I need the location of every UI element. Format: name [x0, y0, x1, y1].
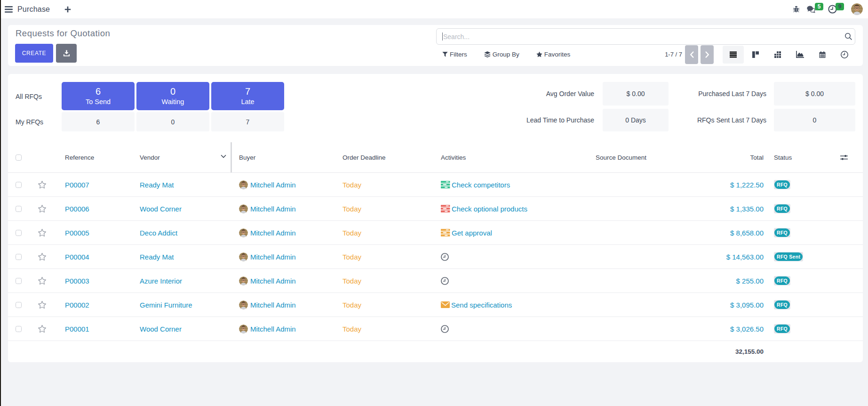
column-header-source-document[interactable]: Source Document: [596, 142, 687, 172]
row-checkbox[interactable]: [16, 302, 22, 308]
pager-next-button[interactable]: [701, 45, 714, 64]
rfq-tile-to-send[interactable]: 6 To Send: [62, 82, 135, 110]
pager-previous-button[interactable]: [685, 45, 698, 64]
column-resize-handle[interactable]: [231, 142, 232, 172]
vendor-link[interactable]: Wood Corner: [140, 205, 182, 213]
view-pivot-button[interactable]: [767, 46, 788, 64]
buyer-link[interactable]: Mitchell Admin: [250, 301, 296, 309]
chevron-left-icon: [690, 51, 694, 58]
activity-tasks-icon[interactable]: [441, 205, 450, 212]
rfq-row-p00001[interactable]: P00001 Wood Corner Mitchell Admin Today …: [8, 317, 863, 341]
buyer-avatar: [239, 180, 248, 189]
my-rfq-value[interactable]: 0: [136, 112, 209, 131]
activity-clock-icon[interactable]: [441, 252, 449, 261]
view-kanban-button[interactable]: [745, 46, 766, 64]
user-avatar[interactable]: [851, 3, 863, 15]
vendor-link[interactable]: Azure Interior: [140, 277, 182, 285]
activities-menu-button[interactable]: 9: [828, 5, 837, 14]
vendor-link[interactable]: Ready Mat: [140, 253, 174, 261]
column-header-reference[interactable]: Reference: [65, 142, 140, 172]
view-graph-button[interactable]: [789, 46, 811, 64]
buyer-link[interactable]: Mitchell Admin: [250, 205, 296, 213]
search-input[interactable]: Search...: [436, 28, 855, 45]
activity-clock-icon[interactable]: [441, 325, 449, 333]
reference-link[interactable]: P00006: [65, 205, 89, 213]
rfq-row-p00006[interactable]: P00006 Wood Corner Mitchell Admin Today …: [8, 197, 863, 221]
rfq-tile-late[interactable]: 7 Late: [211, 82, 284, 110]
row-checkbox[interactable]: [16, 206, 22, 212]
search-icon[interactable]: [844, 32, 852, 41]
favorite-star-icon[interactable]: [38, 204, 47, 213]
favorite-star-icon[interactable]: [38, 300, 47, 309]
filters-button[interactable]: Filters: [442, 51, 467, 58]
my-rfq-value[interactable]: 7: [211, 112, 284, 131]
new-tab-button[interactable]: [64, 6, 71, 13]
vendor-link[interactable]: Ready Mat: [140, 181, 174, 189]
view-list-button[interactable]: [723, 46, 744, 64]
vendor-link[interactable]: Wood Corner: [140, 325, 182, 333]
messages-menu-button[interactable]: 5: [807, 6, 816, 13]
layers-icon: [484, 51, 493, 57]
row-checkbox[interactable]: [16, 326, 22, 332]
my-rfq-value[interactable]: 6: [62, 112, 135, 131]
create-button[interactable]: CREATE: [15, 44, 53, 63]
rfq-row-p00003[interactable]: P00003 Azure Interior Mitchell Admin Tod…: [8, 269, 863, 293]
app-name[interactable]: Purchase: [17, 5, 50, 14]
reference-link[interactable]: P00007: [65, 181, 89, 189]
row-checkbox[interactable]: [16, 182, 22, 188]
activity-label[interactable]: Check competitors: [452, 181, 510, 189]
total-amount: $ 14,563.00: [726, 253, 764, 261]
buyer-link[interactable]: Mitchell Admin: [250, 229, 296, 237]
reference-link[interactable]: P00001: [65, 325, 89, 333]
activity-label[interactable]: Check optional products: [452, 205, 527, 213]
column-header-buyer[interactable]: Buyer: [232, 142, 342, 172]
favorite-star-icon[interactable]: [38, 180, 47, 189]
rfq-row-p00002[interactable]: P00002 Gemini Furniture Mitchell Admin T…: [8, 293, 863, 317]
column-header-activities[interactable]: Activities: [441, 142, 596, 172]
column-header-status[interactable]: Status: [767, 142, 835, 172]
view-calendar-button[interactable]: [812, 46, 833, 64]
buyer-link[interactable]: Mitchell Admin: [250, 181, 296, 189]
buyer-link[interactable]: Mitchell Admin: [250, 253, 296, 261]
vendor-link[interactable]: Gemini Furniture: [140, 301, 192, 309]
rfq-tile-waiting[interactable]: 0 Waiting: [136, 82, 209, 110]
row-checkbox[interactable]: [16, 254, 22, 260]
activity-label[interactable]: Get approval: [452, 229, 492, 237]
optional-columns-button[interactable]: [840, 154, 848, 161]
apps-menu-button[interactable]: [5, 6, 13, 13]
activity-clock-icon[interactable]: [441, 276, 449, 285]
debug-menu-button[interactable]: [793, 6, 800, 13]
buyer-link[interactable]: Mitchell Admin: [250, 277, 296, 285]
favorite-star-icon[interactable]: [38, 252, 47, 261]
column-header-total[interactable]: Total: [687, 142, 767, 172]
vendor-link[interactable]: Deco Addict: [140, 229, 177, 237]
activity-tasks-icon[interactable]: [441, 181, 450, 188]
bug-icon: [793, 6, 800, 13]
reference-link[interactable]: P00002: [65, 301, 89, 309]
row-checkbox[interactable]: [16, 230, 22, 236]
favorites-button[interactable]: Favorites: [536, 51, 571, 58]
buyer-link[interactable]: Mitchell Admin: [250, 325, 296, 333]
reference-link[interactable]: P00004: [65, 253, 89, 261]
reference-link[interactable]: P00003: [65, 277, 89, 285]
select-all-checkbox[interactable]: [16, 154, 22, 161]
rfq-row-p00005[interactable]: P00005 Deco Addict Mitchell Admin Today …: [8, 221, 863, 245]
view-activity-button[interactable]: [834, 46, 855, 64]
favorite-star-icon[interactable]: [38, 325, 47, 333]
activity-label[interactable]: Send specifications: [451, 301, 512, 309]
favorite-star-icon[interactable]: [38, 276, 47, 285]
rfq-row-p00007[interactable]: P00007 Ready Mat Mitchell Admin Today Ch…: [8, 173, 863, 197]
buyer-avatar: [239, 325, 248, 333]
reference-link[interactable]: P00005: [65, 229, 89, 237]
rfq-row-p00004[interactable]: P00004 Ready Mat Mitchell Admin Today $ …: [8, 245, 863, 269]
activity-envelope-icon[interactable]: [441, 301, 450, 308]
favorite-star-icon[interactable]: [38, 228, 47, 237]
group-by-button[interactable]: Group By: [484, 51, 519, 58]
activity-tasks-icon[interactable]: [441, 229, 450, 236]
import-button[interactable]: [56, 44, 77, 63]
buyer-avatar: [239, 204, 248, 213]
status-badge: RFQ: [774, 300, 790, 309]
column-header-vendor[interactable]: Vendor: [140, 142, 232, 172]
column-header-order-deadline[interactable]: Order Deadline: [342, 142, 441, 172]
row-checkbox[interactable]: [16, 278, 22, 284]
